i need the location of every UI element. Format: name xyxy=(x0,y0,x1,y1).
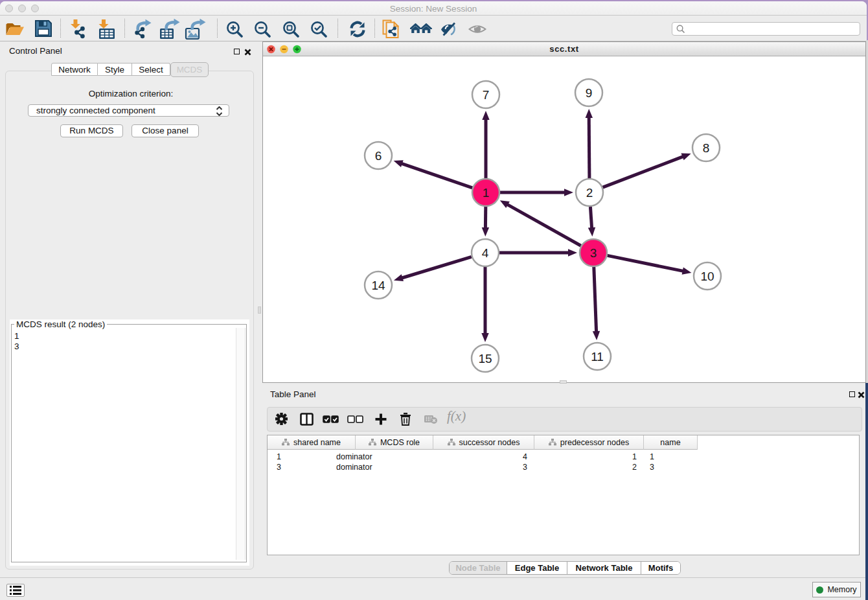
svg-text:2: 2 xyxy=(586,186,593,200)
svg-text:1: 1 xyxy=(483,186,490,200)
svg-text:14: 14 xyxy=(371,279,385,292)
svg-text:10: 10 xyxy=(700,270,714,283)
svg-text:9: 9 xyxy=(586,86,593,100)
svg-text:4: 4 xyxy=(482,246,489,260)
svg-text:15: 15 xyxy=(478,352,492,365)
svg-text:8: 8 xyxy=(703,141,710,155)
svg-text:6: 6 xyxy=(375,149,382,163)
svg-text:3: 3 xyxy=(590,246,597,260)
svg-text:7: 7 xyxy=(483,88,490,102)
svg-text:11: 11 xyxy=(591,350,604,363)
